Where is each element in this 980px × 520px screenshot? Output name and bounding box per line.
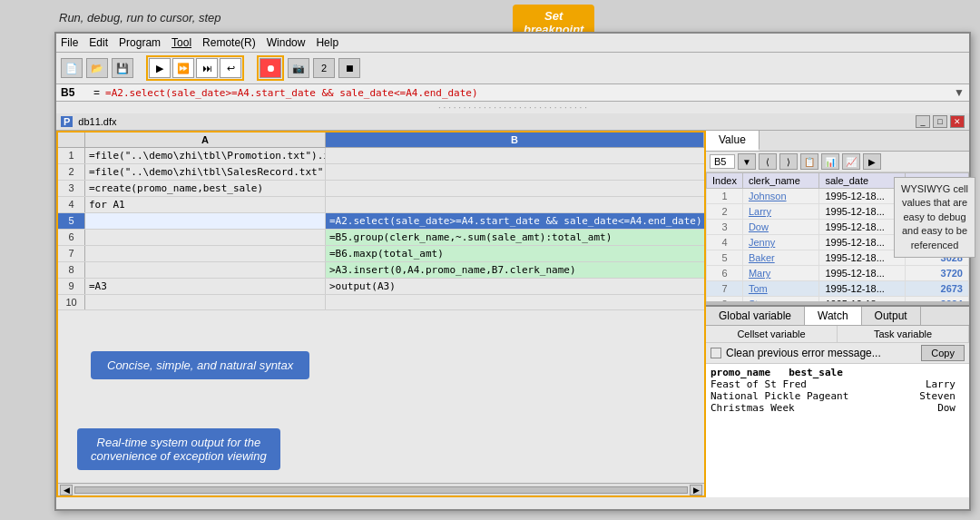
annotation-output: Real-time system output for theconvenien… xyxy=(77,428,280,470)
tb-debug-btn[interactable]: ⏩ xyxy=(172,58,194,78)
value-cell-ref: B5 xyxy=(710,154,735,169)
divider-dots: · · · · · · · · · · · · · · · · · · · · … xyxy=(56,102,969,113)
output-row2-col1: National Pickle Pageant xyxy=(710,390,848,402)
cell-b6[interactable]: =B5.group(clerk_name,~.sum(sale_amt):tot… xyxy=(326,230,704,245)
window-titlebar: P db11.dfx _ □ ✕ xyxy=(56,113,969,131)
cell-a9[interactable]: =A3 xyxy=(85,279,326,294)
clean-checkbox[interactable] xyxy=(710,348,721,358)
th-index: Index xyxy=(707,173,743,189)
table-cell-clerk[interactable]: Tom xyxy=(742,281,818,297)
cell-b2[interactable] xyxy=(326,164,704,180)
scroll-track[interactable] xyxy=(74,486,688,494)
cell-b7[interactable]: =B6.maxp(total_amt) xyxy=(326,246,704,261)
cell-a5[interactable] xyxy=(85,213,326,229)
toolbar: 📄 📂 💾 ▶ ⏩ ⏭ ↩ ⏺ 📷 2 ⏹ xyxy=(56,53,969,84)
value-toolbar: B5 ▼ ⟨ ⟩ 📋 📊 📈 ▶ xyxy=(706,152,969,172)
copy-button[interactable]: Copy xyxy=(921,345,965,361)
output-row3-col2: Dow xyxy=(937,402,956,414)
table-cell-clerk[interactable]: Mary xyxy=(742,266,818,281)
cell-a7[interactable] xyxy=(85,246,326,261)
tb-breakpoint-btn[interactable]: ⏺ xyxy=(260,58,281,78)
table-cell-clerk[interactable]: Johnson xyxy=(742,189,818,204)
output-row1-col1: Feast of St Fred xyxy=(710,378,807,390)
row-number: 8 xyxy=(58,262,85,278)
row-number: 5 xyxy=(58,213,85,229)
cell-a3[interactable]: =create(promo_name,best_sale) xyxy=(85,181,326,196)
tb-step-btn[interactable]: ⏭ xyxy=(196,58,218,78)
tb-back-btn[interactable]: ↩ xyxy=(220,58,241,78)
row-number: 3 xyxy=(58,181,85,196)
tab-value[interactable]: Value xyxy=(706,131,760,151)
horizontal-scrollbar[interactable]: ◀ ▶ xyxy=(58,483,704,495)
menu-window[interactable]: Window xyxy=(267,36,306,49)
close-button[interactable]: ✕ xyxy=(950,115,965,128)
tb-save-btn[interactable]: 💾 xyxy=(112,58,133,78)
menu-program[interactable]: Program xyxy=(119,36,161,49)
vt-btn6[interactable]: 📈 xyxy=(842,153,860,170)
menu-remote[interactable]: Remote(R) xyxy=(202,36,256,49)
cell-b4[interactable] xyxy=(326,197,704,212)
vt-btn1[interactable]: ▼ xyxy=(738,153,756,170)
tab-global-variable[interactable]: Global variable xyxy=(706,307,805,325)
cell-b5[interactable]: =A2.select(sale_date>=A4.start_date && s… xyxy=(326,213,704,229)
cell-b3[interactable] xyxy=(326,181,704,196)
tb-stop-btn[interactable]: ⏹ xyxy=(338,58,360,78)
list-item: National Pickle Pageant Steven xyxy=(710,390,965,402)
list-item: Feast of St Fred Larry xyxy=(710,378,965,390)
cell-b9[interactable]: >output(A3) xyxy=(326,279,704,294)
bottom-tabs: Global variable Watch Output xyxy=(706,305,969,326)
annotation-top: Run, debug, run to cursor, step xyxy=(50,7,230,28)
tab-output[interactable]: Output xyxy=(862,307,921,325)
vt-btn3[interactable]: ⟩ xyxy=(779,153,798,170)
subtab-task[interactable]: Task variable xyxy=(838,326,969,342)
tb-new-btn[interactable]: 📄 xyxy=(61,58,83,78)
cell-b8[interactable]: >A3.insert(0,A4.promo_name,B7.clerk_name… xyxy=(326,262,704,278)
tb-open-btn[interactable]: 📂 xyxy=(86,58,108,78)
menu-tool[interactable]: Tool xyxy=(172,36,191,49)
tb-run-btn[interactable]: ▶ xyxy=(149,58,171,78)
tab-watch[interactable]: Watch xyxy=(805,307,862,325)
table-cell-clerk[interactable]: Jenny xyxy=(742,235,818,250)
formula-scroll-down[interactable]: ▼ xyxy=(954,86,965,99)
minimize-button[interactable]: _ xyxy=(916,115,930,128)
cell-a1[interactable]: =file("..\demo\zhi\tbl\Promotion.txt").i… xyxy=(85,148,326,163)
cell-a10[interactable] xyxy=(85,295,326,309)
formula-text: =A2.select(sale_date>=A4.start_date && s… xyxy=(105,87,948,99)
table-row: 2 xyxy=(707,204,743,220)
cell-b10[interactable] xyxy=(326,295,704,309)
tb-2-btn[interactable]: 2 xyxy=(313,58,335,78)
table-row: 6 xyxy=(707,266,743,281)
table-row: 9 =A3 >output(A3) xyxy=(58,279,704,295)
cell-reference: B5 xyxy=(61,86,88,99)
table-cell-date: 1995-12-18... xyxy=(819,220,906,235)
table-cell-clerk[interactable]: Dow xyxy=(742,220,818,235)
table-cell-clerk[interactable]: Larry xyxy=(742,204,818,220)
col-header-b: B xyxy=(326,132,704,147)
scroll-right[interactable]: ▶ xyxy=(690,485,702,495)
subtab-cellset[interactable]: Cellset variable xyxy=(706,326,838,342)
menu-edit[interactable]: Edit xyxy=(89,36,108,49)
row-number: 4 xyxy=(58,197,85,212)
row-number: 6 xyxy=(58,230,85,245)
vt-btn5[interactable]: 📊 xyxy=(821,153,839,170)
cell-a2[interactable]: =file("..\demo\zhi\tbl\SalesRecord.txt")… xyxy=(85,164,326,180)
menu-help[interactable]: Help xyxy=(316,36,338,49)
table-row: 3 =create(promo_name,best_sale) xyxy=(58,181,704,197)
table-row: 1 =file("..\demo\zhi\tbl\Promotion.txt")… xyxy=(58,148,704,164)
cell-a4[interactable]: for A1 xyxy=(85,197,326,212)
table-row: 5 xyxy=(707,250,743,266)
cell-a8[interactable] xyxy=(85,262,326,278)
tb-cam-btn[interactable]: 📷 xyxy=(288,58,309,78)
vt-btn2[interactable]: ⟨ xyxy=(759,153,777,170)
cell-b1[interactable] xyxy=(326,148,704,163)
scroll-left[interactable]: ◀ xyxy=(60,485,73,495)
table-cell-date: 1995-12-18... xyxy=(819,235,906,250)
vt-scroll[interactable]: ▶ xyxy=(863,153,881,170)
restore-button[interactable]: □ xyxy=(933,115,947,128)
vt-btn4[interactable]: 📋 xyxy=(800,153,818,170)
output-content: promo_name best_sale Feast of St Fred La… xyxy=(706,364,969,498)
cell-a6[interactable] xyxy=(85,230,326,245)
th-date: sale_date xyxy=(819,173,906,189)
menu-file[interactable]: File xyxy=(61,36,78,49)
table-cell-clerk[interactable]: Baker xyxy=(742,250,818,266)
